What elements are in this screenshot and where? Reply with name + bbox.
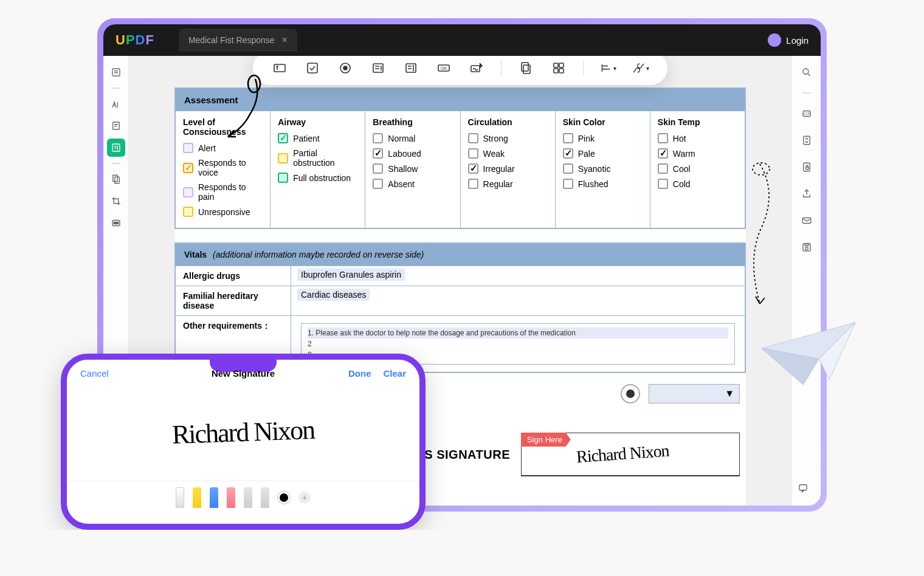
checkbox[interactable] [183, 143, 193, 153]
dropdown-icon[interactable] [370, 60, 387, 77]
button-field-icon[interactable]: OK [435, 60, 452, 77]
checkbox-row[interactable]: Full obstruction [278, 173, 357, 183]
right-rail: OCR [791, 56, 821, 506]
checkbox[interactable] [468, 163, 478, 174]
checkbox-row[interactable]: Pale [563, 148, 643, 159]
grid-icon[interactable] [550, 60, 567, 77]
form-icon[interactable] [107, 139, 125, 157]
checkbox[interactable] [658, 148, 668, 159]
checkbox[interactable] [468, 133, 478, 143]
listbox-icon[interactable] [402, 60, 419, 77]
checkbox-row[interactable]: Unresponsive [183, 207, 263, 217]
checkbox-icon[interactable] [304, 60, 321, 77]
close-icon[interactable]: × [282, 35, 288, 46]
checkbox-row[interactable]: Responds to voice [183, 158, 263, 177]
checkbox[interactable] [183, 163, 193, 173]
redact-icon[interactable] [107, 214, 125, 232]
checkbox[interactable] [183, 187, 193, 197]
checkbox-row[interactable]: Strong [468, 133, 548, 143]
titlebar: UPDF Medical Fist Response × Login [103, 24, 821, 56]
edit-icon[interactable] [107, 117, 125, 135]
checkbox-row[interactable]: Partial obstruction [278, 148, 357, 168]
checkbox[interactable] [563, 133, 573, 143]
add-tool-button[interactable]: + [298, 492, 311, 504]
email-icon[interactable] [798, 211, 816, 230]
checkbox[interactable] [183, 207, 193, 217]
tools-icon[interactable]: ▾ [632, 60, 649, 77]
checkbox-label: Unresponsive [198, 207, 250, 217]
checkbox-row[interactable]: Shallow [373, 163, 452, 174]
pen-yellow[interactable] [193, 487, 201, 508]
pen-blue[interactable] [210, 487, 218, 508]
checkbox[interactable] [278, 133, 288, 143]
radio-icon[interactable] [337, 60, 354, 77]
checkbox-row[interactable]: Pink [563, 133, 643, 143]
checkbox-row[interactable]: Flushed [563, 179, 643, 189]
checkbox[interactable] [373, 163, 383, 174]
checkbox[interactable] [658, 133, 668, 143]
signature-canvas[interactable]: Richard Nixon [65, 377, 421, 487]
signature-field-icon[interactable] [468, 60, 485, 77]
checkbox[interactable] [373, 179, 383, 189]
checkbox[interactable] [278, 173, 288, 183]
signature-field[interactable]: Sign Here Richard Nixon [521, 433, 740, 476]
checkbox-row[interactable]: Laboued [373, 148, 452, 159]
phone-signature-modal: Cancel New Signature Done Clear Richard … [61, 354, 426, 530]
reader-icon[interactable] [107, 63, 125, 81]
checkbox[interactable] [373, 148, 383, 159]
checkbox[interactable] [658, 163, 668, 174]
checkbox[interactable] [563, 163, 573, 174]
checkbox[interactable] [373, 133, 383, 143]
checkbox[interactable] [563, 148, 573, 159]
crop-icon[interactable] [107, 192, 125, 210]
clear-button[interactable]: Clear [383, 368, 406, 379]
login-button[interactable]: Login [768, 33, 808, 47]
checkbox[interactable] [563, 179, 573, 189]
checkbox[interactable] [468, 148, 478, 159]
document-tab[interactable]: Medical Fist Response × [179, 29, 297, 52]
vitals-value[interactable]: Ibuprofen Granules aspirin [297, 269, 405, 281]
checkbox-row[interactable]: Irregular [468, 163, 548, 174]
pen-pencil[interactable] [244, 487, 252, 508]
organize-icon[interactable] [107, 170, 125, 188]
annotate-icon[interactable] [107, 95, 125, 113]
pen-white[interactable] [176, 487, 184, 508]
text-field-icon[interactable] [271, 60, 288, 77]
color-picker[interactable] [278, 492, 290, 504]
checkbox-row[interactable]: Regular [468, 179, 548, 189]
checkbox-row[interactable]: Absent [373, 179, 452, 189]
checkbox-row[interactable]: Cool [658, 163, 737, 174]
protect-icon[interactable] [798, 158, 816, 176]
checkbox[interactable] [278, 153, 288, 163]
checkbox-label: Pink [578, 134, 595, 143]
svg-rect-33 [559, 69, 564, 73]
checkbox-row[interactable]: Syanotic [563, 163, 643, 174]
pen-eraser[interactable] [227, 487, 235, 508]
checkbox-row[interactable]: Normal [373, 133, 452, 143]
tab-title: Medical Fist Response [188, 35, 275, 45]
ocr-icon[interactable]: OCR [798, 105, 816, 123]
checkbox-row[interactable]: Hot [658, 133, 737, 143]
checkbox[interactable] [658, 179, 668, 189]
checkbox-row[interactable]: Weak [468, 148, 548, 159]
checkbox-row[interactable]: Patient [278, 133, 357, 143]
align-icon[interactable]: ▾ [599, 60, 616, 77]
pen-ruler[interactable] [261, 487, 269, 508]
svg-rect-0 [112, 69, 120, 76]
cancel-button[interactable]: Cancel [80, 368, 109, 379]
column-title: Breathing [373, 117, 452, 127]
radio-control[interactable] [621, 384, 640, 403]
checkbox-row[interactable]: Responds to pain [183, 182, 263, 202]
done-button[interactable]: Done [348, 368, 371, 379]
vitals-value[interactable]: Cardiac diseases [297, 289, 370, 301]
convert-icon[interactable] [798, 131, 816, 149]
search-icon[interactable] [798, 63, 816, 81]
checkbox-row[interactable]: Cold [658, 179, 737, 189]
checkbox-row[interactable]: Warm [658, 148, 737, 159]
comment-icon[interactable] [794, 479, 812, 497]
save-icon[interactable] [798, 238, 816, 256]
dropdown-control[interactable]: ▼ [649, 384, 740, 403]
checkbox[interactable] [468, 179, 478, 189]
share-icon[interactable] [798, 185, 816, 203]
copy-icon[interactable] [517, 60, 534, 77]
